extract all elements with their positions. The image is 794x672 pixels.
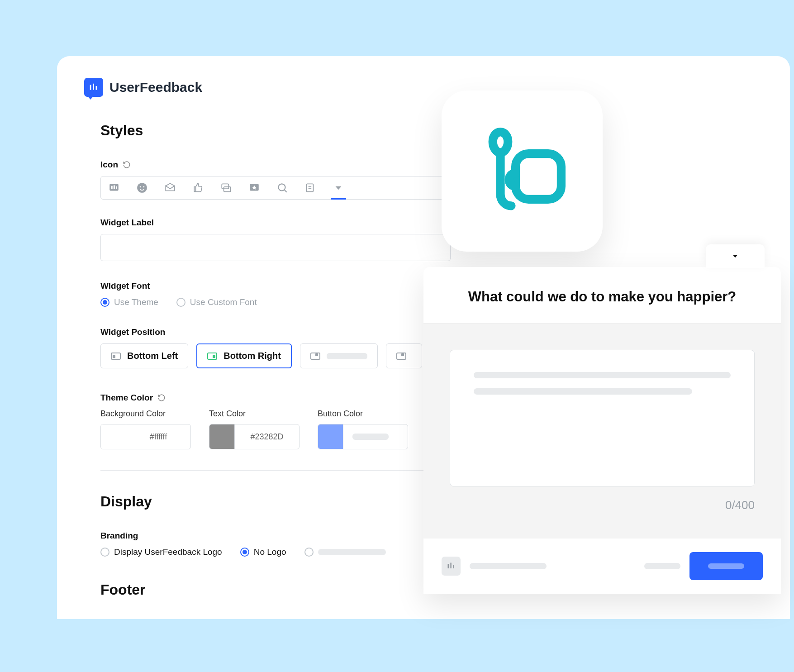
preview-textarea[interactable] bbox=[450, 350, 755, 486]
theme-color-field-label: Theme Color bbox=[100, 393, 451, 403]
button-color-input[interactable] bbox=[318, 424, 408, 449]
text-color-input[interactable]: #23282D bbox=[209, 424, 300, 449]
svg-rect-15 bbox=[306, 184, 313, 191]
icon-option-dropdown[interactable] bbox=[333, 182, 344, 194]
font-option-custom[interactable]: Use Custom Font bbox=[176, 297, 257, 307]
widget-label-input[interactable] bbox=[100, 234, 451, 261]
svg-rect-4 bbox=[111, 186, 113, 189]
caret-down-icon bbox=[731, 252, 740, 261]
preview-question: What could we do to make you happier? bbox=[451, 289, 754, 305]
display-heading: Display bbox=[100, 493, 451, 510]
branding-no-logo[interactable]: No Logo bbox=[240, 547, 286, 557]
icon-picker bbox=[100, 176, 451, 200]
svg-rect-18 bbox=[516, 154, 561, 200]
preview-collapse-tab[interactable] bbox=[706, 244, 765, 268]
svg-rect-20 bbox=[450, 563, 452, 569]
svg-point-9 bbox=[143, 186, 144, 187]
svg-rect-2 bbox=[96, 86, 97, 90]
reset-icon[interactable] bbox=[123, 161, 131, 169]
svg-line-14 bbox=[284, 190, 286, 192]
svg-rect-11 bbox=[224, 187, 231, 192]
svg-rect-0 bbox=[90, 85, 91, 90]
icon-option-thumbs-up[interactable] bbox=[192, 182, 204, 194]
text-color-swatch bbox=[209, 424, 235, 449]
footer-heading: Footer bbox=[100, 581, 451, 598]
preview-submit-button[interactable] bbox=[689, 552, 763, 580]
widget-preview: What could we do to make you happier? 0/… bbox=[423, 267, 781, 594]
button-color-label: Button Color bbox=[318, 409, 408, 419]
svg-point-8 bbox=[140, 186, 141, 187]
position-thumb-bl-icon bbox=[111, 353, 121, 360]
svg-rect-6 bbox=[116, 186, 117, 189]
branding-option-locked[interactable] bbox=[304, 548, 386, 557]
branding-field-label: Branding bbox=[100, 531, 451, 541]
icon-option-chats[interactable] bbox=[220, 182, 232, 194]
icon-option-notepad[interactable] bbox=[304, 182, 316, 194]
svg-rect-10 bbox=[222, 184, 228, 189]
bg-color-label: Background Color bbox=[100, 409, 191, 419]
position-thumb-icon bbox=[396, 353, 406, 360]
brand-name: UserFeedback bbox=[109, 80, 202, 95]
font-option-theme[interactable]: Use Theme bbox=[100, 297, 158, 307]
svg-point-7 bbox=[137, 183, 147, 193]
icon-option-chat-bars[interactable] bbox=[108, 182, 120, 194]
svg-point-13 bbox=[278, 184, 285, 191]
svg-rect-21 bbox=[453, 565, 454, 569]
position-bottom-left[interactable]: Bottom Left bbox=[100, 343, 188, 368]
position-option-locked-2[interactable] bbox=[386, 343, 422, 368]
app-logo: UserFeedback bbox=[84, 78, 763, 97]
icon-option-mail[interactable] bbox=[164, 182, 176, 194]
svg-rect-1 bbox=[93, 84, 94, 90]
userfeedback-logo-icon bbox=[84, 78, 103, 97]
widget-font-field-label: Widget Font bbox=[100, 281, 451, 291]
bg-color-swatch bbox=[101, 424, 126, 449]
position-thumb-icon bbox=[310, 353, 320, 360]
button-color-swatch bbox=[318, 424, 343, 449]
icon-field-label: Icon bbox=[100, 160, 451, 170]
position-option-locked-1[interactable] bbox=[300, 343, 378, 368]
svg-rect-19 bbox=[448, 564, 449, 568]
text-color-label: Text Color bbox=[209, 409, 300, 419]
branding-show-logo[interactable]: Display UserFeedback Logo bbox=[100, 547, 222, 557]
position-thumb-br-icon bbox=[207, 353, 217, 360]
icon-option-smile[interactable] bbox=[136, 182, 148, 194]
position-bottom-right[interactable]: Bottom Right bbox=[196, 343, 292, 368]
bg-color-input[interactable]: #ffffff bbox=[100, 424, 191, 449]
design-hero-icon bbox=[442, 91, 603, 252]
preview-footer-logo-icon bbox=[442, 557, 461, 576]
svg-rect-5 bbox=[114, 186, 115, 189]
styles-heading: Styles bbox=[100, 122, 451, 139]
preview-char-count: 0/400 bbox=[450, 498, 755, 512]
reset-icon[interactable] bbox=[157, 394, 166, 402]
icon-option-star-badge[interactable] bbox=[248, 182, 260, 194]
icon-option-search[interactable] bbox=[276, 182, 288, 194]
widget-position-field-label: Widget Position bbox=[100, 327, 451, 337]
widget-label-field-label: Widget Label bbox=[100, 218, 451, 228]
section-divider bbox=[100, 470, 451, 471]
